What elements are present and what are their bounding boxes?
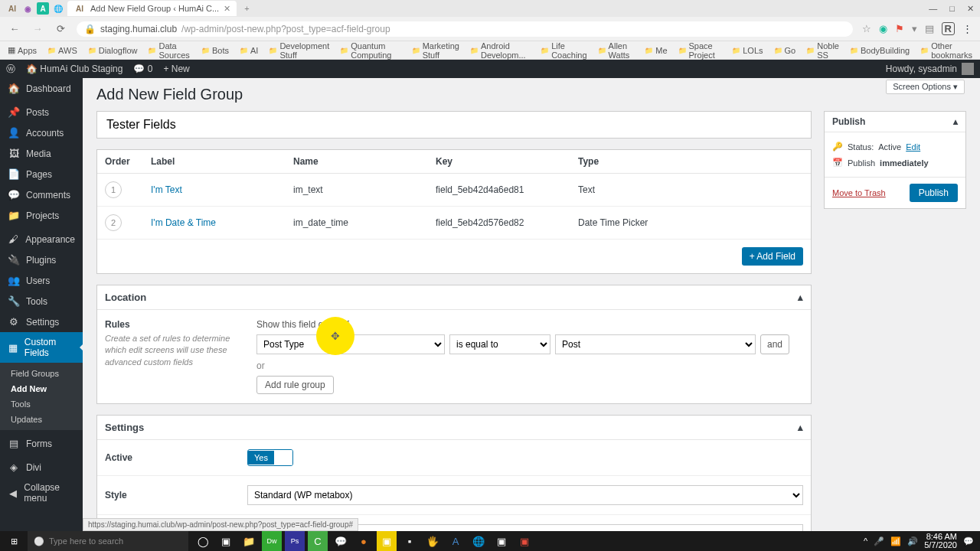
collapse-icon[interactable]: ▴ bbox=[798, 292, 803, 303]
field-row[interactable]: 2 I'm Date & Time im_date_time field_5eb… bbox=[97, 207, 811, 240]
profile-icon[interactable]: R bbox=[942, 22, 955, 35]
tab-icon[interactable]: ◉ bbox=[21, 2, 34, 15]
ext-icon[interactable]: ▤ bbox=[925, 23, 934, 34]
taskbar-app[interactable]: ▣ bbox=[492, 531, 511, 551]
bookmark-folder[interactable]: Other bookmarks bbox=[920, 41, 972, 60]
bookmark-folder[interactable]: Data Sources bbox=[148, 41, 190, 60]
rule-value-select[interactable]: Post bbox=[555, 334, 756, 354]
add-field-button[interactable]: + Add Field bbox=[742, 247, 803, 266]
task-view-icon[interactable]: ◯ bbox=[193, 531, 213, 551]
bookmark-folder[interactable]: Go bbox=[774, 46, 796, 55]
tray-notifications-icon[interactable]: 💬 bbox=[963, 536, 974, 546]
submenu-field-groups[interactable]: Field Groups bbox=[0, 366, 83, 381]
taskbar-app[interactable]: Ps bbox=[285, 531, 305, 551]
rule-operator-select[interactable]: is equal to bbox=[449, 334, 550, 354]
start-button[interactable]: ⊞ bbox=[0, 536, 28, 546]
tab-icon[interactable]: A bbox=[37, 2, 49, 15]
avatar-icon[interactable] bbox=[962, 63, 974, 75]
window-close-icon[interactable]: ✕ bbox=[967, 4, 974, 14]
menu-plugins[interactable]: 🔌Plugins bbox=[0, 249, 83, 270]
collapse-icon[interactable]: ▴ bbox=[953, 116, 958, 127]
collapse-icon[interactable]: ▴ bbox=[798, 422, 803, 433]
field-group-title-input[interactable] bbox=[97, 112, 811, 138]
edit-status-link[interactable]: Edit bbox=[906, 142, 920, 152]
taskbar-app[interactable]: 💬 bbox=[331, 531, 351, 551]
bookmark-folder[interactable]: Android Developm... bbox=[470, 41, 530, 60]
add-rule-group-button[interactable]: Add rule group bbox=[256, 376, 334, 394]
bookmark-folder[interactable]: BodyBuilding bbox=[850, 46, 910, 55]
move-to-trash-link[interactable]: Move to Trash bbox=[832, 188, 886, 197]
menu-accounts[interactable]: 👤Accounts bbox=[0, 122, 83, 143]
taskbar-search[interactable]: ⚪Type here to search bbox=[28, 531, 188, 551]
tab-icon[interactable]: AI bbox=[6, 2, 18, 15]
screen-options-toggle[interactable]: Screen Options ▾ bbox=[886, 80, 965, 94]
taskbar-app[interactable]: ▣ bbox=[216, 531, 236, 551]
bookmark-folder[interactable]: Space Project bbox=[678, 41, 722, 60]
back-button[interactable]: ← bbox=[8, 23, 21, 34]
bookmark-folder[interactable]: LOLs bbox=[732, 46, 763, 55]
taskbar-app[interactable]: 🌐 bbox=[469, 531, 488, 551]
tab-icon[interactable]: 🌐 bbox=[52, 2, 64, 15]
submenu-updates[interactable]: Updates bbox=[0, 412, 83, 427]
and-button[interactable]: and bbox=[760, 334, 789, 354]
taskbar-app[interactable]: ▣ bbox=[514, 531, 534, 551]
field-label-link[interactable]: I'm Text bbox=[151, 184, 182, 195]
new-content[interactable]: + New bbox=[163, 64, 189, 74]
menu-media[interactable]: 🖼Media bbox=[0, 143, 83, 164]
style-select[interactable]: Standard (WP metabox) bbox=[247, 485, 803, 505]
bookmark-folder[interactable]: Allen Watts bbox=[598, 41, 635, 60]
close-tab-icon[interactable]: ✕ bbox=[224, 4, 230, 14]
taskbar-app[interactable]: 📁 bbox=[239, 531, 259, 551]
taskbar-app[interactable]: ▪ bbox=[400, 531, 420, 551]
menu-collapse[interactable]: ◀Collapse menu bbox=[0, 478, 83, 508]
tray-icon[interactable]: 🎤 bbox=[874, 536, 884, 546]
submenu-tools[interactable]: Tools bbox=[0, 396, 83, 412]
menu-tools[interactable]: 🔧Tools bbox=[0, 291, 83, 311]
menu-appearance[interactable]: 🖌Appearance bbox=[0, 229, 83, 249]
ext-icon[interactable]: ◉ bbox=[879, 23, 887, 34]
tray-wifi-icon[interactable]: 📶 bbox=[890, 536, 901, 546]
bookmark-folder[interactable]: Life Coaching bbox=[541, 41, 586, 60]
field-row[interactable]: 1 I'm Text im_text field_5eb42d4a6ed81 T… bbox=[97, 174, 811, 207]
star-icon[interactable]: ☆ bbox=[862, 23, 871, 34]
comments-count[interactable]: 💬 0 bbox=[133, 64, 152, 74]
apps-button[interactable]: ▦ Apps bbox=[8, 45, 37, 55]
menu-dashboard[interactable]: 🏠Dashboard bbox=[0, 78, 83, 99]
ext-icon[interactable]: ▾ bbox=[912, 23, 917, 34]
bookmark-folder[interactable]: AI bbox=[240, 46, 258, 55]
tray-date[interactable]: 5/7/2020 bbox=[924, 541, 957, 549]
wp-logo-icon[interactable]: ⓦ bbox=[6, 63, 15, 76]
address-bar[interactable]: 🔒 staging.humai.club/wp-admin/post-new.p… bbox=[77, 21, 853, 37]
bookmark-folder[interactable]: AWS bbox=[47, 46, 77, 55]
bookmark-folder[interactable]: Bots bbox=[201, 46, 229, 55]
menu-divi[interactable]: ◈Divi bbox=[0, 457, 83, 478]
menu-posts[interactable]: 📌Posts bbox=[0, 102, 83, 122]
taskbar-app[interactable]: A bbox=[446, 531, 466, 551]
submenu-add-new[interactable]: Add New bbox=[0, 381, 83, 396]
reload-button[interactable]: ⟳ bbox=[54, 23, 67, 34]
bookmark-folder[interactable]: Me bbox=[645, 46, 667, 55]
window-maximize-icon[interactable]: □ bbox=[949, 4, 955, 14]
ext-icon[interactable]: ⚑ bbox=[895, 23, 904, 34]
menu-settings[interactable]: ⚙Settings bbox=[0, 311, 83, 332]
site-name[interactable]: 🏠 HumAi Club Staging bbox=[26, 64, 122, 74]
menu-custom-fields[interactable]: ▦Custom Fields bbox=[0, 332, 83, 363]
menu-users[interactable]: 👥Users bbox=[0, 270, 83, 291]
forward-button[interactable]: → bbox=[31, 23, 44, 34]
bookmark-folder[interactable]: Development Stuff bbox=[269, 41, 329, 60]
menu-comments[interactable]: 💬Comments bbox=[0, 184, 83, 205]
taskbar-app[interactable]: ▣ bbox=[377, 531, 397, 551]
browser-tab-active[interactable]: AI Add New Field Group ‹ HumAi C... ✕ bbox=[67, 1, 237, 16]
bookmark-folder[interactable]: Marketing Stuff bbox=[412, 41, 459, 60]
tray-chevron-icon[interactable]: ^ bbox=[864, 536, 867, 546]
window-minimize-icon[interactable]: — bbox=[929, 4, 937, 14]
taskbar-app[interactable]: C bbox=[308, 531, 328, 551]
taskbar-app[interactable]: ● bbox=[354, 531, 374, 551]
bookmark-folder[interactable]: Dialogflow bbox=[88, 46, 138, 55]
tray-volume-icon[interactable]: 🔊 bbox=[907, 536, 918, 546]
publish-button[interactable]: Publish bbox=[910, 184, 958, 202]
active-toggle[interactable]: Yes bbox=[247, 449, 293, 466]
menu-forms[interactable]: ▤Forms bbox=[0, 433, 83, 454]
field-label-link[interactable]: I'm Date & Time bbox=[151, 217, 216, 228]
new-tab-button[interactable]: + bbox=[240, 4, 253, 13]
